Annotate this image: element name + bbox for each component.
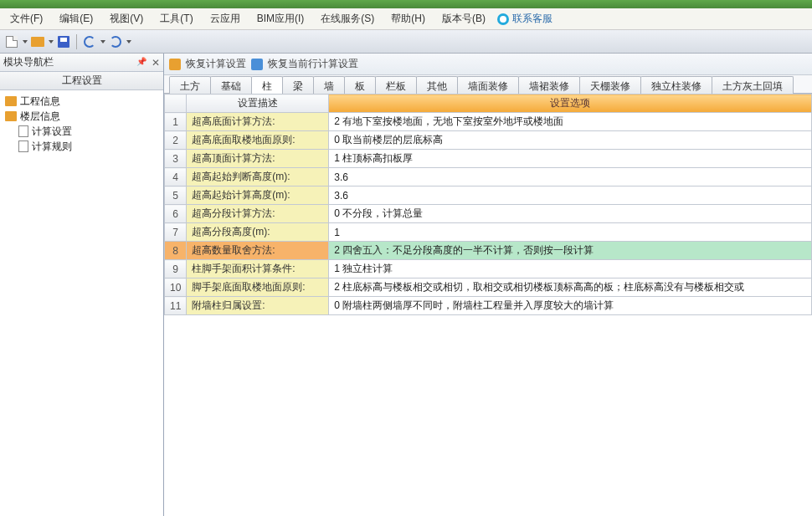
tab-3[interactable]: 梁: [282, 76, 314, 94]
restore-current-row-button[interactable]: 恢复当前行计算设置: [268, 57, 358, 71]
grid-row[interactable]: 5超高起始计算高度(m):3.6: [165, 186, 812, 205]
tab-7[interactable]: 其他: [416, 76, 458, 94]
menu-help[interactable]: 帮助(H): [386, 10, 430, 28]
redo-dropdown-arrow[interactable]: [126, 40, 131, 43]
row-option[interactable]: 1 柱顶标高扣板厚: [329, 150, 812, 168]
tab-6[interactable]: 栏板: [375, 76, 417, 94]
redo-icon: [110, 36, 121, 48]
grid-row[interactable]: 4超高起始判断高度(m):3.6: [165, 168, 812, 186]
row-number: 8: [165, 242, 187, 260]
tree-item-calc-settings[interactable]: 计算设置: [2, 124, 162, 139]
row-desc: 超高起始计算高度(m):: [187, 186, 329, 205]
restore-row-icon: [251, 59, 263, 70]
tab-10[interactable]: 天棚装修: [579, 76, 641, 94]
tab-11[interactable]: 独立柱装修: [640, 76, 712, 94]
row-number: 7: [165, 223, 187, 242]
folder-icon: [5, 96, 17, 106]
open-button[interactable]: [29, 33, 46, 50]
tab-2[interactable]: 柱: [251, 76, 283, 94]
grid-row[interactable]: 1超高底面计算方法:2 有地下室按楼地面，无地下室按室外地坪或楼地面: [165, 113, 812, 131]
menu-bar: 文件(F) 编辑(E) 视图(V) 工具(T) 云应用 BIM应用(I) 在线服…: [0, 8, 812, 30]
undo-dropdown-arrow[interactable]: [100, 40, 105, 43]
tab-12[interactable]: 土方灰土回填: [712, 76, 794, 94]
grid-row[interactable]: 7超高分段高度(m):1: [165, 223, 812, 242]
row-desc: 脚手架底面取楼地面原则:: [187, 278, 329, 297]
row-number: 6: [165, 205, 187, 223]
row-desc: 超高数量取舍方法:: [187, 242, 329, 260]
grid-row[interactable]: 2超高底面取楼地面原则:0 取当前楼层的层底标高: [165, 131, 812, 150]
sidebar-section-label: 工程设置: [62, 74, 102, 88]
sheet-icon: [18, 125, 28, 137]
restore-icon: [169, 59, 181, 70]
row-option[interactable]: 2 四舍五入：不足分段高度的一半不计算，否则按一段计算: [329, 242, 812, 260]
row-option[interactable]: 0 不分段，计算总量: [329, 205, 812, 223]
row-option[interactable]: 3.6: [329, 186, 812, 205]
restore-calc-settings-button[interactable]: 恢复计算设置: [186, 57, 246, 71]
redo-button[interactable]: [107, 33, 124, 50]
undo-button[interactable]: [81, 33, 98, 50]
row-number: 3: [165, 150, 187, 168]
sidebar: 模块导航栏 📌 ✕ 工程设置 工程信息 楼层信息 计算设置: [0, 54, 164, 516]
new-dropdown-arrow[interactable]: [23, 40, 28, 43]
folder-open-icon: [31, 37, 44, 47]
tree-item-floor-info[interactable]: 楼层信息: [2, 109, 162, 124]
settings-grid[interactable]: 设置描述 设置选项 1超高底面计算方法:2 有地下室按楼地面，无地下室按室外地坪…: [164, 94, 812, 516]
col-header-rownum: [165, 95, 187, 113]
row-number: 2: [165, 131, 187, 150]
row-desc: 超高底面计算方法:: [187, 113, 329, 131]
row-number: 11: [165, 297, 187, 315]
content-area: 恢复计算设置 恢复当前行计算设置 土方基础柱梁墙板栏板其他墙面装修墙裙装修天棚装…: [164, 54, 812, 516]
row-option[interactable]: 0 取当前楼层的层底标高: [329, 131, 812, 150]
sidebar-title-bar: 模块导航栏 📌 ✕: [0, 54, 163, 72]
row-number: 4: [165, 168, 187, 186]
row-option[interactable]: 3.6: [329, 168, 812, 186]
tree-item-label: 工程信息: [20, 95, 60, 109]
sidebar-section-header[interactable]: 工程设置: [0, 72, 163, 90]
menu-version[interactable]: 版本号(B): [437, 10, 491, 28]
nav-tree: 工程信息 楼层信息 计算设置 计算规则: [0, 90, 163, 157]
save-button[interactable]: [55, 33, 72, 50]
sidebar-close-icon[interactable]: ✕: [152, 57, 160, 69]
new-file-icon: [6, 36, 18, 48]
main-toolbar: [0, 30, 812, 54]
menu-file[interactable]: 文件(F): [5, 10, 48, 28]
window-titlebar: [0, 0, 812, 8]
grid-row[interactable]: 11附墙柱归属设置:0 附墙柱两侧墙厚不同时，附墙柱工程量并入厚度较大的墙计算: [165, 297, 812, 315]
grid-row[interactable]: 8超高数量取舍方法:2 四舍五入：不足分段高度的一半不计算，否则按一段计算: [165, 242, 812, 260]
menu-bim[interactable]: BIM应用(I): [252, 10, 310, 28]
folder-icon: [5, 111, 17, 121]
grid-row[interactable]: 3超高顶面计算方法:1 柱顶标高扣板厚: [165, 150, 812, 168]
row-option[interactable]: 1 独立柱计算: [329, 260, 812, 278]
sheet-icon: [18, 140, 28, 152]
open-dropdown-arrow[interactable]: [49, 40, 54, 43]
tab-8[interactable]: 墙面装修: [457, 76, 519, 94]
undo-icon: [84, 36, 95, 48]
menu-tool[interactable]: 工具(T): [155, 10, 198, 28]
menu-cloud[interactable]: 云应用: [205, 10, 245, 28]
tree-item-calc-rules[interactable]: 计算规则: [2, 139, 162, 154]
row-option[interactable]: 0 附墙柱两侧墙厚不同时，附墙柱工程量并入厚度较大的墙计算: [329, 297, 812, 315]
grid-row[interactable]: 10脚手架底面取楼地面原则:2 柱底标高与楼板相交或相切，取相交或相切楼板顶标高…: [165, 278, 812, 297]
tree-item-project-info[interactable]: 工程信息: [2, 94, 162, 109]
grid-row[interactable]: 9柱脚手架面积计算条件:1 独立柱计算: [165, 260, 812, 278]
new-button[interactable]: [3, 33, 20, 50]
menu-view[interactable]: 视图(V): [105, 10, 148, 28]
tab-4[interactable]: 墙: [313, 76, 345, 94]
row-desc: 超高分段计算方法:: [187, 205, 329, 223]
tab-0[interactable]: 土方: [169, 76, 211, 94]
row-option[interactable]: 2 有地下室按楼地面，无地下室按室外地坪或楼地面: [329, 113, 812, 131]
pin-icon[interactable]: 📌: [136, 57, 146, 69]
menu-edit[interactable]: 编辑(E): [54, 10, 98, 28]
tree-item-label: 计算规则: [32, 140, 72, 154]
grid-row[interactable]: 6超高分段计算方法:0 不分段，计算总量: [165, 205, 812, 223]
menu-online[interactable]: 在线服务(S): [316, 10, 379, 28]
row-desc: 附墙柱归属设置:: [187, 297, 329, 315]
row-option[interactable]: 1: [329, 223, 812, 242]
tab-5[interactable]: 板: [344, 76, 376, 94]
menu-kefu[interactable]: 联系客服: [497, 12, 552, 26]
tab-9[interactable]: 墙裙装修: [518, 76, 580, 94]
row-number: 9: [165, 260, 187, 278]
content-toolbar: 恢复计算设置 恢复当前行计算设置: [164, 54, 812, 75]
row-option[interactable]: 2 柱底标高与楼板相交或相切，取相交或相切楼板顶标高高的板；柱底标高没有与楼板相…: [329, 278, 812, 297]
tab-1[interactable]: 基础: [210, 76, 252, 94]
